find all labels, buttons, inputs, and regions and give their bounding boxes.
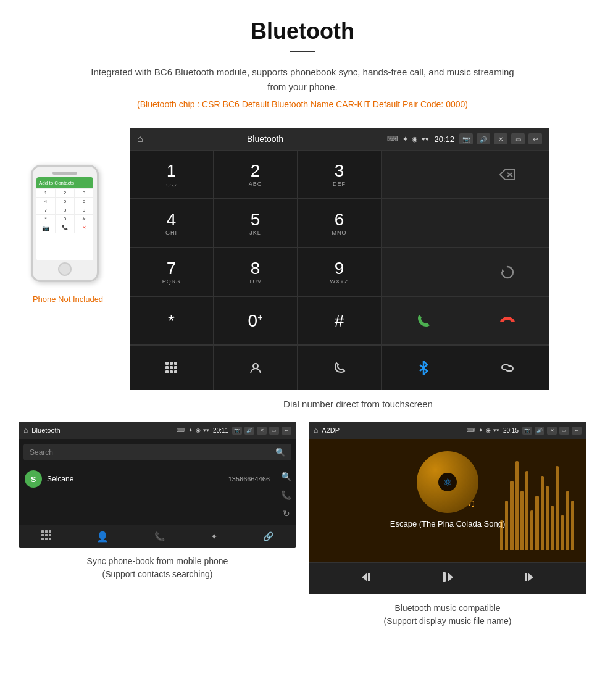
dial-refresh-button[interactable]: [465, 248, 549, 296]
svg-marker-22: [362, 573, 367, 581]
page-header: Bluetooth Integrated with BC6 Bluetooth …: [0, 0, 605, 128]
phonebook-bottom-phone[interactable]: 📞: [154, 531, 165, 541]
phonebook-home-icon[interactable]: ⌂: [23, 426, 28, 435]
dial-key-5[interactable]: 5 JKL: [214, 199, 298, 248]
next-button[interactable]: [521, 570, 535, 587]
phonebook-bottom-dialpad[interactable]: [41, 530, 51, 543]
svg-marker-25: [448, 572, 453, 582]
dial-key-2[interactable]: 2 ABC: [214, 151, 298, 199]
eq-bar: [510, 481, 513, 550]
bottom-link-icon[interactable]: [465, 346, 549, 390]
phonebook-main-area: S Seicane 13566664466: [19, 465, 276, 525]
svg-rect-21: [49, 538, 51, 540]
dial-call-button[interactable]: [382, 297, 465, 345]
phonebook-right-refresh-icon[interactable]: ↻: [283, 509, 290, 519]
a2dp-close-btn[interactable]: ✕: [547, 427, 557, 435]
phone-key-6: 6: [75, 198, 93, 206]
phonebook-usb-icon: ⌨: [177, 427, 185, 433]
dial-empty-2b: [465, 199, 549, 248]
phone-bottom: [33, 263, 97, 275]
phonebook-bottom-bar: 👤 📞 ✦ 🔗: [19, 525, 296, 548]
svg-rect-14: [45, 530, 48, 533]
phonebook-vol-btn[interactable]: 🔊: [244, 427, 254, 435]
phone-dialpad-row-1: 1 2 3: [36, 188, 93, 197]
close-icon-btn[interactable]: ✕: [494, 133, 507, 144]
svg-rect-3: [165, 362, 169, 365]
svg-rect-24: [443, 572, 446, 582]
contact-row[interactable]: S Seicane 13566664466: [19, 465, 276, 493]
a2dp-home-icon[interactable]: ⌂: [314, 426, 318, 435]
phone-handset-icon: [333, 361, 346, 375]
phone-key-hash: #: [75, 215, 93, 223]
dial-key-6[interactable]: 6 MNO: [298, 199, 382, 248]
phonebook-search-bar[interactable]: Search 🔍: [23, 444, 291, 460]
dial-hangup-button[interactable]: [465, 297, 549, 345]
dial-key-4[interactable]: 4 GHI: [130, 199, 214, 248]
bottom-bluetooth-icon[interactable]: [382, 346, 465, 390]
play-pause-button[interactable]: [441, 570, 454, 587]
music-note-icon: ♫: [467, 497, 476, 510]
bottom-contacts-icon[interactable]: [214, 346, 298, 390]
svg-rect-4: [170, 362, 173, 365]
phonebook-close-btn[interactable]: ✕: [257, 427, 267, 435]
dial-key-star[interactable]: *: [130, 297, 214, 345]
page-title: Bluetooth: [12, 19, 593, 44]
back-icon-btn[interactable]: ↩: [528, 133, 542, 144]
dial-key-9[interactable]: 9 WXYZ: [298, 248, 382, 296]
phone-key-end: ✕: [75, 223, 93, 233]
a2dp-status-right: 📷 🔊 ✕ ▭ ↩: [522, 427, 582, 435]
dial-key-1[interactable]: 1 ◡◡: [130, 151, 214, 199]
svg-rect-8: [174, 366, 177, 369]
phonebook-back-btn[interactable]: ↩: [282, 427, 291, 435]
a2dp-cam-btn[interactable]: 📷: [522, 427, 532, 435]
a2dp-vol-btn[interactable]: 🔊: [535, 427, 544, 435]
phone-key-8: 8: [56, 206, 75, 214]
home-icon[interactable]: ⌂: [137, 133, 143, 144]
eq-bar: [556, 466, 559, 550]
bottom-dialpad-icon[interactable]: [130, 346, 214, 390]
window-icon-btn[interactable]: ▭: [511, 133, 525, 144]
phonebook-cam-btn[interactable]: 📷: [232, 427, 242, 435]
dialpad-bottom-row: [130, 345, 549, 390]
prev-button[interactable]: [361, 570, 374, 587]
a2dp-win-btn[interactable]: ▭: [559, 427, 569, 435]
dial-key-8[interactable]: 8 TUV: [214, 248, 298, 296]
contact-name: Seicane: [47, 475, 223, 483]
dial-backspace-button[interactable]: [465, 151, 549, 199]
phone-mockup: Add to Contacts 1 2 3 4 5 6: [31, 165, 99, 282]
album-inner: ⚛: [438, 473, 457, 491]
a2dp-status-icons: ✦ ◉ ▾▾: [478, 427, 499, 433]
contact-number: 13566664466: [228, 475, 270, 483]
phonebook-bottom-bt[interactable]: ✦: [211, 531, 218, 541]
dial-key-7[interactable]: 7 PQRS: [130, 248, 214, 296]
bottom-phone-icon[interactable]: [298, 346, 382, 390]
camera-icon-btn[interactable]: 📷: [459, 133, 473, 144]
phone-key-9: 9: [75, 206, 93, 214]
volume-icon-btn[interactable]: 🔊: [477, 133, 490, 144]
phone-dialpad-row-3: 7 8 9: [36, 206, 93, 214]
phonebook-bottom-link[interactable]: 🔗: [263, 531, 273, 541]
dial-screen: ⌂ Bluetooth ⌨ ✦ ◉ ▾▾ 20:12 📷 🔊 ✕ ▭ ↩: [130, 128, 549, 390]
dial-screen-container: ⌂ Bluetooth ⌨ ✦ ◉ ▾▾ 20:12 📷 🔊 ✕ ▭ ↩: [130, 128, 586, 422]
phonebook-win-btn[interactable]: ▭: [269, 427, 279, 435]
phonebook-time: 20:11: [213, 427, 228, 434]
phone-key-cam: 📷: [36, 223, 56, 233]
phonebook-right-call-icon[interactable]: 📞: [281, 490, 291, 500]
phone-not-included-label: Phone Not Included: [33, 294, 103, 304]
phonebook-bottom-person[interactable]: 👤: [96, 531, 109, 543]
equalizer: [500, 451, 574, 550]
phone-screen-header: Add to Contacts: [36, 177, 93, 188]
svg-rect-11: [174, 370, 177, 373]
dial-display-empty-1: [382, 151, 465, 199]
eq-bar: [566, 491, 569, 550]
dial-key-hash[interactable]: #: [298, 297, 382, 345]
dial-caption: Dial number direct from touchscreen: [130, 399, 586, 409]
status-time: 20:12: [434, 135, 454, 144]
dial-screen-title: Bluetooth: [148, 134, 383, 144]
phone-key-7: 7: [36, 206, 56, 214]
dial-key-3[interactable]: 3 DEF: [298, 151, 382, 199]
svg-rect-27: [525, 573, 527, 581]
phonebook-right-search-icon[interactable]: 🔍: [281, 472, 291, 481]
a2dp-back-btn[interactable]: ↩: [572, 427, 582, 435]
dial-key-0[interactable]: 0+: [214, 297, 298, 345]
